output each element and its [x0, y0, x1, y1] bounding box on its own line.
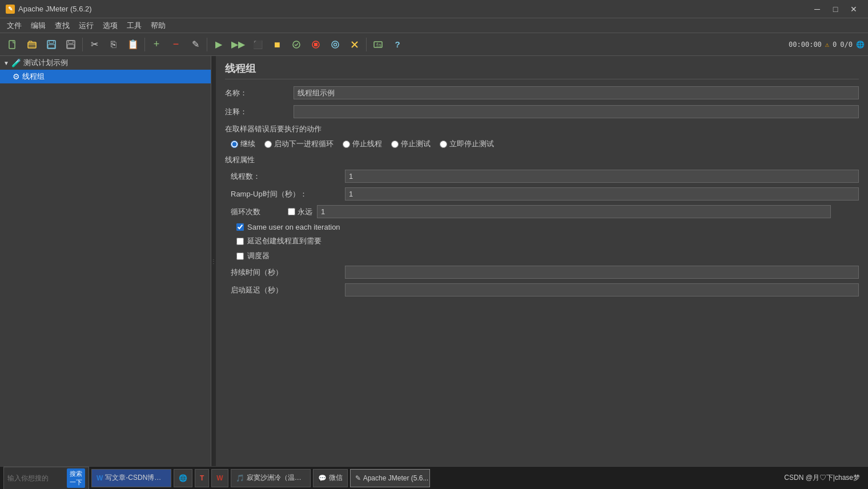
- taskbar-item-music[interactable]: 🎵 寂寞沙洲冷（温柔版）...: [231, 469, 311, 487]
- tree-item-test-plan[interactable]: ▼ 🧪 测试计划示例: [0, 56, 211, 70]
- loop-count-input[interactable]: [317, 205, 831, 218]
- ramp-up-row: Ramp-Up时间（秒）：: [231, 187, 859, 201]
- ramp-up-label: Ramp-Up时间（秒）：: [231, 189, 345, 199]
- toolbar-separator-1: [82, 38, 83, 51]
- toolbar: ✂ ⎘ 📋 + − ✎ ▶ ▶▶ ⬛ ⏹ fn ? 00:00:00 ⚠ 0 0: [0, 33, 868, 56]
- tree-arrow: ▼: [3, 60, 9, 66]
- taskbar-item-w2[interactable]: W: [211, 469, 228, 487]
- thread-count-input[interactable]: [345, 170, 859, 183]
- loop-forever-checkbox[interactable]: [288, 208, 295, 215]
- copy-button[interactable]: ⎘: [105, 35, 123, 54]
- taskbar-word-text: 写文章-CSDN博客 和...: [105, 473, 166, 483]
- minimize-button[interactable]: ─: [809, 2, 826, 16]
- left-panel: ▼ 🧪 测试计划示例 ⚙ 线程组: [0, 56, 211, 466]
- svg-rect-7: [67, 45, 74, 48]
- main-layout: ▼ 🧪 测试计划示例 ⚙ 线程组 ⋮ 线程组 名称： 注释： 在取样器错误后要执…: [0, 56, 868, 466]
- comment-row: 注释：: [225, 105, 859, 118]
- edit-button[interactable]: ✎: [186, 35, 204, 54]
- app-icon: ✎: [6, 5, 15, 14]
- taskbar-item-t[interactable]: T: [195, 469, 209, 487]
- svg-point-12: [334, 43, 337, 46]
- taskbar-music-icon: 🎵: [236, 474, 244, 482]
- stop-button[interactable]: ⬛: [248, 35, 267, 54]
- remove-button[interactable]: −: [167, 35, 185, 54]
- function-helper-button[interactable]: fn: [369, 35, 387, 54]
- delay-create-checkbox[interactable]: [236, 238, 244, 245]
- paste-button[interactable]: 📋: [124, 35, 142, 54]
- menu-file[interactable]: 文件: [2, 19, 26, 32]
- new-button[interactable]: [3, 35, 22, 54]
- radio-stop-test-now[interactable]: 立即停止测试: [440, 139, 494, 149]
- name-row: 名称：: [225, 86, 859, 99]
- taskbar-item-chrome[interactable]: 🌐: [174, 469, 192, 487]
- taskbar-right-text: CSDN @月♡下|chase梦: [784, 473, 860, 483]
- error-action-radio-group: 继续 启动下一进程循环 停止线程 停止测试 立即停止测试: [225, 139, 859, 149]
- maximize-button[interactable]: □: [827, 2, 844, 16]
- window-title: Apache JMeter (5.6.2): [18, 5, 809, 13]
- save-as-button[interactable]: [62, 35, 80, 54]
- scheduler-checkbox[interactable]: [236, 252, 244, 260]
- taskbar-item-jmeter[interactable]: ✎ Apache JMeter (5.6...: [350, 469, 430, 487]
- task-search-input[interactable]: [7, 474, 65, 482]
- taskbar-music-text: 寂寞沙洲冷（温柔版）...: [247, 473, 306, 483]
- svg-rect-0: [9, 41, 15, 49]
- warning-icon: ⚠: [825, 41, 829, 49]
- menu-tools[interactable]: 工具: [122, 19, 146, 32]
- taskbar-item-wechat[interactable]: 💬 微信: [313, 469, 348, 487]
- taskbar-chrome-icon: 🌐: [179, 474, 187, 482]
- name-input[interactable]: [294, 86, 859, 99]
- tree-item-thread-group[interactable]: ⚙ 线程组: [0, 70, 211, 83]
- save-button[interactable]: [42, 35, 61, 54]
- start-delay-row: 启动延迟（秒）: [231, 283, 859, 296]
- error-action-label: 在取样器错误后要执行的动作: [225, 124, 859, 134]
- remote-stop-button[interactable]: [307, 35, 325, 54]
- task-search-button[interactable]: 搜索一下: [67, 468, 85, 488]
- clear-button[interactable]: [345, 35, 364, 54]
- menu-find[interactable]: 查找: [50, 19, 74, 32]
- start-no-pause-button[interactable]: ▶▶: [229, 35, 247, 54]
- timer-display: 00:00:00 ⚠ 0 0/0 🌐: [789, 41, 865, 49]
- menu-options[interactable]: 选项: [98, 19, 122, 32]
- ramp-up-input[interactable]: [345, 187, 859, 201]
- add-button[interactable]: +: [147, 35, 166, 54]
- start-button[interactable]: ▶: [210, 35, 228, 54]
- open-button[interactable]: [23, 35, 41, 54]
- delay-create-label[interactable]: 延迟创建线程直到需要: [236, 236, 322, 246]
- radio-continue[interactable]: 继续: [231, 139, 255, 149]
- scheduler-row: 调度器: [231, 251, 859, 261]
- duration-input[interactable]: [345, 266, 859, 279]
- panel-divider[interactable]: ⋮: [211, 56, 216, 466]
- start-delay-input[interactable]: [345, 283, 859, 296]
- duration-label: 持续时间（秒）: [231, 267, 345, 278]
- same-user-label[interactable]: Same user on each iteration: [236, 223, 340, 231]
- radio-stop-test[interactable]: 停止测试: [391, 139, 431, 149]
- browse-button[interactable]: [326, 35, 344, 54]
- window-controls: ─ □ ✕: [809, 2, 862, 16]
- test-plan-icon: 🧪: [11, 58, 21, 67]
- menu-help[interactable]: 帮助: [146, 19, 170, 32]
- toolbar-separator-3: [207, 38, 207, 51]
- same-user-checkbox[interactable]: [236, 223, 244, 231]
- thread-props: 线程数： Ramp-Up时间（秒）： 循环次数 永远: [231, 170, 859, 296]
- shutdown-button[interactable]: ⏹: [268, 35, 286, 54]
- radio-stop-thread[interactable]: 停止线程: [343, 139, 382, 149]
- taskbar-item-word[interactable]: W 写文章-CSDN博客 和...: [91, 469, 171, 487]
- svg-point-11: [332, 41, 339, 48]
- menu-edit[interactable]: 编辑: [26, 19, 50, 32]
- taskbar-w2-icon: W: [216, 474, 223, 482]
- taskbar-wechat-icon: 💬: [318, 474, 327, 482]
- thread-count-row: 线程数：: [231, 170, 859, 183]
- close-button[interactable]: ✕: [845, 2, 862, 16]
- scheduler-label[interactable]: 调度器: [236, 251, 270, 261]
- remote-start-button[interactable]: [287, 35, 306, 54]
- menu-run[interactable]: 运行: [74, 19, 98, 32]
- cut-button[interactable]: ✂: [85, 35, 103, 54]
- thread-count-label: 线程数：: [231, 171, 345, 182]
- radio-next-loop[interactable]: 启动下一进程循环: [264, 139, 333, 149]
- toolbar-separator-2: [144, 38, 145, 51]
- loop-forever-label[interactable]: 永远: [288, 207, 312, 217]
- comment-input[interactable]: [294, 105, 859, 118]
- title-bar: ✎ Apache JMeter (5.6.2) ─ □ ✕: [0, 0, 868, 18]
- help-button[interactable]: ?: [388, 35, 407, 54]
- taskbar-word-icon: W: [97, 474, 103, 482]
